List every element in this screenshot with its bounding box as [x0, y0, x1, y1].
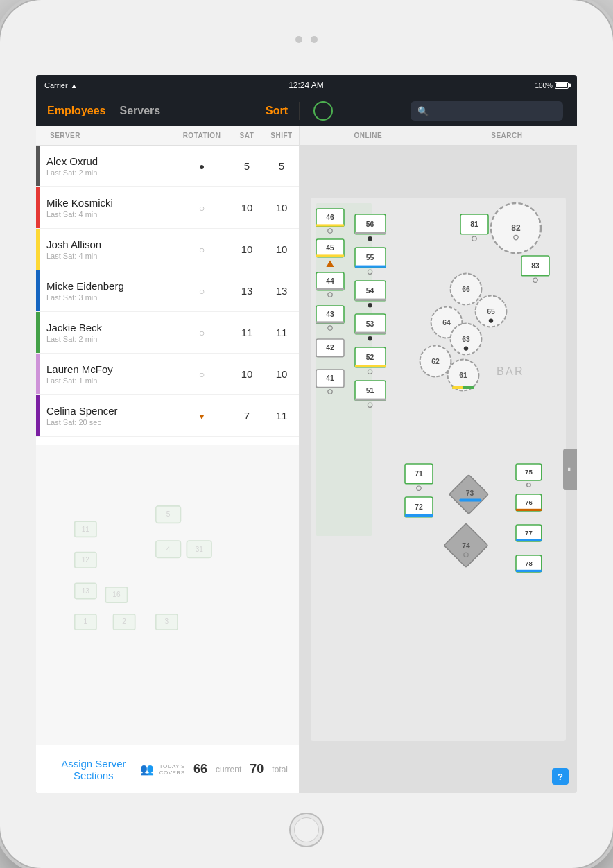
employee-info-4: Jackie Beck Last Sat: 2 min	[40, 322, 174, 343]
shift-val-0: 5	[264, 160, 299, 172]
empty-circle-icon: ○	[199, 286, 205, 297]
svg-text:5: 5	[166, 510, 171, 518]
employee-list: Alex Oxrud Last Sat: 2 min ● 5 5 Mik	[36, 146, 299, 445]
status-bar: Carrier ▲ 12:24 AM 100%	[36, 75, 577, 96]
table-row[interactable]: Mike Kosmicki Last Sat: 4 min ○ 10 10	[36, 187, 299, 229]
carrier-info: Carrier ▲	[44, 81, 78, 89]
empty-circle-icon: ○	[199, 369, 205, 380]
employee-name-5: Lauren McFoy	[46, 363, 174, 375]
employee-info-3: Micke Eidenberg Last Sat: 3 min	[40, 280, 174, 302]
employee-name-1: Mike Kosmicki	[46, 197, 174, 209]
employee-info-2: Josh Allison Last Sat: 4 min	[40, 238, 174, 260]
svg-text:16: 16	[112, 591, 121, 598]
sort-button[interactable]: Sort	[266, 105, 288, 117]
svg-text:75: 75	[525, 468, 533, 476]
sat-val-0: 5	[230, 160, 264, 172]
time-label: 12:24 AM	[288, 80, 324, 90]
employee-info-6: Celina Spencer Last Sat: 20 sec	[40, 405, 174, 426]
covers-icon: 👥	[140, 763, 154, 776]
employee-lastsat-6: Last Sat: 20 sec	[46, 418, 174, 426]
employee-lastsat-5: Last Sat: 1 min	[46, 376, 174, 385]
content-area: SERVER ROTATION SAT SHIFT Alex Oxrud Las…	[36, 126, 577, 793]
shift-val-3: 13	[264, 285, 299, 297]
battery-percentage: 100%	[535, 82, 553, 89]
table-row[interactable]: Micke Eidenberg Last Sat: 3 min ○ 13 13	[36, 270, 299, 312]
svg-text:31: 31	[196, 546, 204, 553]
svg-point-52	[368, 303, 372, 307]
current-count: 66	[193, 762, 207, 776]
svg-point-81	[489, 318, 493, 322]
online-indicator	[313, 101, 333, 121]
svg-rect-55	[355, 332, 386, 334]
svg-text:78: 78	[525, 559, 533, 567]
svg-rect-33	[316, 288, 344, 290]
employee-info-1: Mike Kosmicki Last Sat: 4 min	[40, 197, 174, 218]
col-header-server: SERVER	[36, 132, 174, 139]
svg-rect-117	[516, 570, 542, 572]
help-button[interactable]: ?	[552, 768, 569, 785]
svg-rect-43	[355, 232, 386, 234]
col-header-rotation: ROTATION	[174, 132, 230, 139]
battery-icon	[555, 82, 569, 89]
shift-val-4: 11	[264, 327, 299, 338]
covers-label-text: TODAY'SCOVERS	[159, 763, 185, 776]
tab-employees[interactable]: Employees	[47, 102, 105, 120]
nav-left: Employees Servers Sort	[36, 102, 300, 120]
sat-val-4: 11	[230, 327, 264, 338]
left-panel: SERVER ROTATION SAT SHIFT Alex Oxrud Las…	[36, 126, 300, 793]
employee-name-2: Josh Allison	[46, 238, 174, 250]
svg-text:66: 66	[462, 286, 470, 293]
table-row[interactable]: Celina Spencer Last Sat: 20 sec ▼ 7 11	[36, 395, 299, 437]
svg-rect-99	[405, 514, 433, 517]
device: Carrier ▲ 12:24 AM 100% Employees Server…	[0, 0, 613, 868]
column-headers: SERVER ROTATION SAT SHIFT	[36, 126, 299, 146]
battery-info: 100%	[535, 82, 569, 89]
table-row[interactable]: Josh Allison Last Sat: 4 min ○ 10 10	[36, 229, 299, 270]
svg-text:55: 55	[366, 254, 374, 261]
svg-point-56	[368, 336, 372, 340]
svg-text:45: 45	[326, 244, 334, 252]
camera-area	[295, 36, 318, 43]
search-bar[interactable]: 🔍	[411, 101, 563, 121]
rotation-val-5: ○	[174, 368, 230, 381]
sat-val-3: 13	[230, 285, 264, 297]
rotation-val-1: ○	[174, 202, 230, 214]
svg-rect-37	[316, 321, 344, 323]
svg-text:73: 73	[466, 489, 474, 497]
assign-section: Assign Server Sections	[47, 758, 140, 781]
svg-text:11: 11	[82, 526, 90, 533]
svg-text:83: 83	[531, 262, 539, 270]
home-button[interactable]	[289, 813, 324, 847]
svg-text:13: 13	[82, 587, 90, 595]
nav-bar: Employees Servers Sort 🔍	[36, 96, 577, 126]
svg-text:71: 71	[415, 470, 423, 478]
employee-name-6: Celina Spencer	[46, 405, 174, 417]
svg-text:42: 42	[326, 344, 334, 351]
table-row[interactable]: Jackie Beck Last Sat: 2 min ○ 11 11	[36, 312, 299, 354]
svg-text:65: 65	[487, 308, 495, 315]
svg-rect-111	[516, 509, 542, 511]
employee-lastsat-2: Last Sat: 4 min	[46, 252, 174, 260]
table-row[interactable]: Lauren McFoy Last Sat: 1 min ○ 10 10	[36, 354, 299, 395]
svg-rect-47	[355, 266, 386, 268]
svg-text:81: 81	[470, 220, 478, 228]
svg-text:82: 82	[511, 223, 521, 233]
table-row[interactable]: Alex Oxrud Last Sat: 2 min ● 5 5	[36, 146, 299, 187]
svg-text:64: 64	[442, 319, 451, 327]
sat-val-5: 10	[230, 368, 264, 380]
svg-text:51: 51	[366, 387, 374, 394]
wifi-icon: ▲	[71, 82, 78, 89]
shift-val-1: 10	[264, 202, 299, 214]
carrier-label: Carrier	[44, 81, 68, 89]
home-button-inner	[294, 817, 319, 842]
col-header-online: ONLINE	[354, 132, 382, 139]
device-screen: Carrier ▲ 12:24 AM 100% Employees Server…	[36, 75, 577, 793]
empty-circle-icon: ○	[199, 244, 205, 255]
settings-tab[interactable]: ≡	[563, 449, 577, 490]
tab-servers[interactable]: Servers	[119, 102, 160, 120]
rotation-val-0: ●	[174, 160, 230, 173]
assign-server-sections-button[interactable]: Assign Server Sections	[47, 758, 140, 781]
column-headers-right: ONLINE SEARCH	[300, 126, 577, 146]
camera-dot	[295, 36, 302, 43]
total-count: 70	[250, 762, 264, 776]
